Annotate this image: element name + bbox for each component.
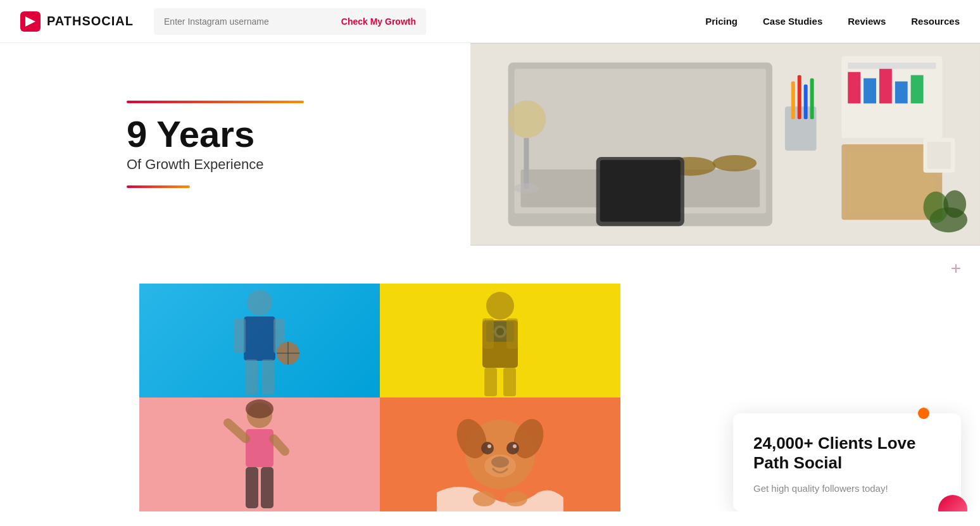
svg-rect-56 — [261, 467, 273, 508]
svg-point-60 — [481, 442, 494, 454]
svg-rect-55 — [246, 467, 258, 508]
svg-point-66 — [473, 491, 496, 506]
svg-point-63 — [513, 444, 517, 448]
grid-cell-photographer — [380, 284, 620, 398]
svg-point-67 — [505, 491, 527, 506]
svg-rect-9 — [600, 160, 681, 222]
nav-item-case-studies[interactable]: Case Studies — [763, 16, 822, 27]
svg-rect-48 — [484, 368, 497, 396]
svg-rect-23 — [791, 82, 795, 120]
card-title: 24,000+ Clients Love Path Social — [753, 434, 941, 473]
desk-image-area — [470, 43, 980, 246]
svg-rect-24 — [798, 75, 801, 120]
svg-rect-33 — [244, 316, 275, 361]
check-growth-button[interactable]: Check My Growth — [341, 16, 416, 27]
svg-rect-26 — [810, 78, 814, 120]
header: PATHSOCIAL Check My Growth Pricing Case … — [0, 0, 980, 43]
search-bar[interactable]: Check My Growth — [154, 8, 426, 35]
nav-item-reviews[interactable]: Reviews — [848, 16, 886, 27]
svg-rect-52 — [246, 429, 273, 467]
main-nav: Pricing Case Studies Reviews Resources — [705, 16, 960, 27]
clients-card: 24,000+ Clients Love Path Social Get hig… — [733, 413, 961, 511]
image-grid — [139, 284, 620, 511]
svg-rect-31 — [927, 142, 952, 169]
years-text-area: 9 Years Of Growth Experience — [0, 43, 470, 246]
svg-rect-19 — [911, 75, 924, 104]
desk-scene-svg — [470, 43, 980, 246]
svg-rect-34 — [234, 318, 246, 353]
fitness-figure-svg — [196, 398, 323, 511]
gradient-bar-top — [127, 101, 304, 103]
svg-point-7 — [713, 155, 757, 172]
svg-rect-49 — [503, 368, 516, 396]
years-section: 9 Years Of Growth Experience — [0, 43, 980, 246]
svg-point-51 — [246, 399, 273, 418]
svg-point-62 — [487, 444, 491, 448]
svg-rect-21 — [848, 151, 936, 213]
svg-line-53 — [228, 423, 246, 439]
basketball-figure-svg — [196, 284, 323, 398]
card-pink-dot — [938, 495, 967, 511]
grid-cell-dog — [380, 398, 620, 511]
card-orange-dot — [918, 408, 929, 419]
logo-text: PATHSOCIAL — [47, 14, 134, 28]
pathsocial-logo-icon — [20, 11, 41, 32]
svg-point-61 — [506, 442, 519, 454]
svg-rect-36 — [245, 360, 258, 394]
svg-rect-46 — [482, 318, 494, 349]
svg-point-10 — [508, 100, 546, 138]
svg-point-12 — [514, 184, 539, 194]
grid-cell-basketball — [139, 284, 380, 398]
photographer-figure-svg — [437, 284, 563, 398]
svg-point-45 — [496, 328, 504, 335]
svg-rect-18 — [895, 82, 908, 104]
grid-section: + 24,000+ Clients Love Path Social Get h… — [0, 246, 980, 511]
nav-item-pricing[interactable]: Pricing — [705, 16, 738, 27]
desk-image — [470, 43, 980, 246]
search-input[interactable] — [164, 16, 341, 27]
svg-rect-15 — [848, 72, 860, 104]
nav-item-resources[interactable]: Resources — [911, 16, 960, 27]
svg-rect-47 — [506, 318, 518, 349]
svg-rect-25 — [804, 85, 808, 120]
grid-spacer — [0, 284, 139, 511]
svg-rect-17 — [879, 69, 892, 104]
svg-rect-37 — [261, 360, 274, 394]
plus-icon: + — [951, 258, 961, 279]
card-subtitle: Get high quality followers today! — [753, 483, 941, 494]
years-subtitle: Of Growth Experience — [127, 156, 432, 173]
svg-point-41 — [486, 292, 514, 320]
svg-point-65 — [484, 454, 516, 477]
grid-cell-fitness — [139, 398, 380, 511]
svg-rect-16 — [864, 78, 876, 104]
logo[interactable]: PATHSOCIAL — [20, 11, 134, 32]
gradient-bar-bottom — [127, 185, 190, 188]
svg-rect-14 — [848, 63, 936, 69]
years-number: 9 Years — [127, 116, 432, 153]
svg-point-29 — [943, 191, 966, 218]
svg-rect-11 — [524, 138, 529, 189]
dog-figure-svg — [437, 398, 563, 511]
svg-line-54 — [273, 439, 285, 451]
svg-point-32 — [247, 290, 272, 315]
